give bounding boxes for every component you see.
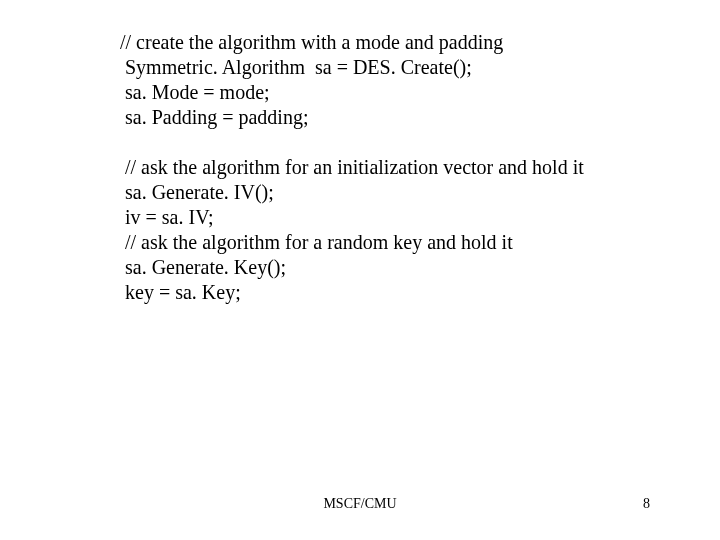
code-line: sa. Mode = mode; bbox=[120, 80, 680, 105]
footer-label: MSCF/CMU bbox=[0, 496, 720, 512]
code-line: iv = sa. IV; bbox=[120, 205, 680, 230]
code-block: // create the algorithm with a mode and … bbox=[120, 30, 680, 305]
code-line: // create the algorithm with a mode and … bbox=[120, 30, 680, 55]
code-line: sa. Padding = padding; bbox=[120, 105, 680, 130]
code-line: key = sa. Key; bbox=[120, 280, 680, 305]
code-line: Symmetric. Algorithm sa = DES. Create(); bbox=[120, 55, 680, 80]
blank-line bbox=[120, 130, 680, 155]
code-line: sa. Generate. IV(); bbox=[120, 180, 680, 205]
code-line: // ask the algorithm for a random key an… bbox=[120, 230, 680, 255]
code-line: sa. Generate. Key(); bbox=[120, 255, 680, 280]
page-number: 8 bbox=[643, 496, 650, 512]
code-line: // ask the algorithm for an initializati… bbox=[120, 155, 680, 180]
